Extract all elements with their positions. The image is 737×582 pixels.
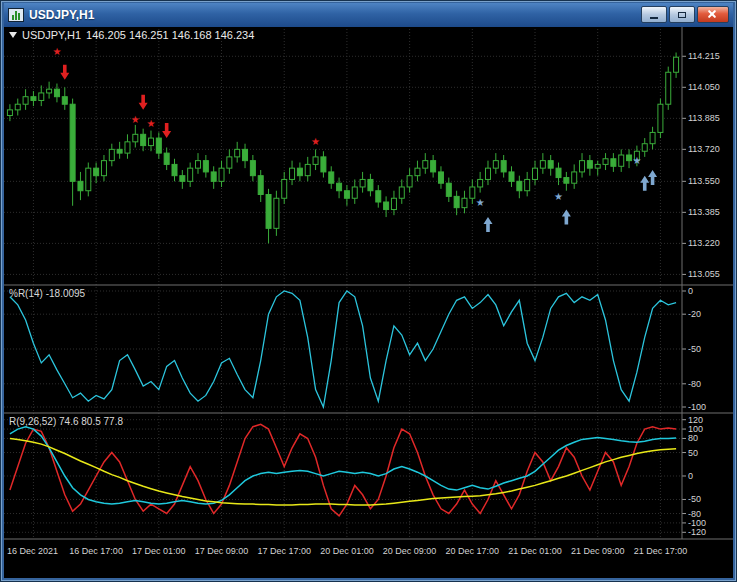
svg-text:80: 80 <box>688 433 698 443</box>
svg-text:17 Dec 01:00: 17 Dec 01:00 <box>132 546 186 556</box>
svg-text:-100: -100 <box>688 402 706 412</box>
svg-text:-120: -120 <box>688 527 706 537</box>
svg-text:113.550: 113.550 <box>688 176 720 186</box>
svg-text:114.215: 114.215 <box>688 51 720 61</box>
svg-text:-50: -50 <box>688 344 701 354</box>
sell-star-icon: ★ <box>311 136 320 147</box>
svg-text:0: 0 <box>688 471 693 481</box>
sell-star-icon: ★ <box>131 114 140 125</box>
window-title: USDJPY,H1 <box>29 8 94 22</box>
svg-text:16 Dec 17:00: 16 Dec 17:00 <box>69 546 123 556</box>
svg-text:0: 0 <box>688 286 693 296</box>
chart-window: USDJPY,H1 114.215114.050113.885113.72011… <box>0 0 737 582</box>
minimize-icon <box>650 17 658 19</box>
symbol-period-label: USDJPY,H1 <box>22 29 81 41</box>
svg-text:114.050: 114.050 <box>688 82 720 92</box>
ohlc-readout: USDJPY,H1 146.205 146.251 146.168 146.23… <box>9 29 254 41</box>
svg-text:113.055: 113.055 <box>688 269 720 279</box>
svg-text:20 Dec 17:00: 20 Dec 17:00 <box>446 546 500 556</box>
ohlc-values: 146.205 146.251 146.168 146.234 <box>86 29 254 41</box>
chart-window-icon <box>8 8 24 22</box>
svg-text:-20: -20 <box>688 309 701 319</box>
svg-text:17 Dec 09:00: 17 Dec 09:00 <box>195 546 249 556</box>
svg-text:16 Dec 2021: 16 Dec 2021 <box>7 546 58 556</box>
svg-text:21 Dec 17:00: 21 Dec 17:00 <box>634 546 688 556</box>
close-button[interactable] <box>697 6 729 23</box>
svg-text:113.385: 113.385 <box>688 207 720 217</box>
buy-star-icon: ★ <box>632 155 641 166</box>
window-controls <box>641 6 729 23</box>
svg-text:-80: -80 <box>688 379 701 389</box>
svg-text:21 Dec 09:00: 21 Dec 09:00 <box>571 546 625 556</box>
restore-down-icon <box>678 12 686 18</box>
svg-text:21 Dec 01:00: 21 Dec 01:00 <box>508 546 562 556</box>
down-triangle-icon[interactable] <box>9 32 17 38</box>
sell-star-icon: ★ <box>147 118 156 129</box>
svg-text:113.220: 113.220 <box>688 238 720 248</box>
sell-star-icon: ★ <box>52 46 61 57</box>
chart-client-area[interactable]: 114.215114.050113.885113.720113.550113.3… <box>4 27 733 578</box>
oscillator-indicator-label: R(9,26,52) 74.6 80.5 77.8 <box>9 416 123 427</box>
svg-text:-50: -50 <box>688 494 701 504</box>
minimize-button[interactable] <box>641 6 667 23</box>
svg-text:50: 50 <box>688 448 698 458</box>
chart-canvas[interactable]: 114.215114.050113.885113.720113.550113.3… <box>4 27 733 578</box>
buy-star-icon: ★ <box>476 197 485 208</box>
svg-text:20 Dec 09:00: 20 Dec 09:00 <box>383 546 437 556</box>
svg-text:20 Dec 01:00: 20 Dec 01:00 <box>320 546 374 556</box>
window-titlebar[interactable]: USDJPY,H1 <box>4 3 733 27</box>
wpr-indicator-label: %R(14) -18.0095 <box>9 288 85 299</box>
restore-button[interactable] <box>669 6 695 23</box>
svg-text:113.885: 113.885 <box>688 113 720 123</box>
svg-text:113.720: 113.720 <box>688 144 720 154</box>
buy-star-icon: ★ <box>554 191 563 202</box>
svg-text:17 Dec 17:00: 17 Dec 17:00 <box>257 546 311 556</box>
